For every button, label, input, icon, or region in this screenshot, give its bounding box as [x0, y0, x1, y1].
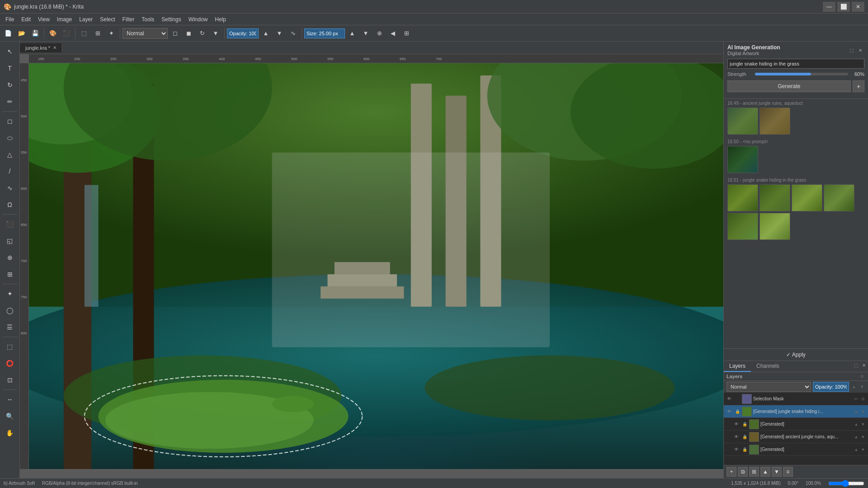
layers-float-btn[interactable]: ⬚	[852, 361, 860, 369]
size-input[interactable]	[304, 28, 345, 38]
layer-down-btn[interactable]: ▼	[772, 467, 782, 477]
tool-clone[interactable]: ⊞	[2, 266, 18, 282]
canvas-container[interactable]: 150200250 300350400 450500550 600650700	[20, 54, 723, 478]
size-up[interactable]: ▲	[346, 27, 359, 40]
gen-thumb-snake-6[interactable]	[760, 213, 790, 240]
more2-btn[interactable]: ◀	[387, 27, 399, 40]
close-button[interactable]: ✕	[852, 2, 864, 12]
layer-eye-selection-mask[interactable]: 👁	[726, 395, 733, 403]
layer-item-generated-ruins[interactable]: 👁 🔒 [Generated] ancient jungle ruins, aq…	[724, 431, 868, 443]
brush-settings-btn[interactable]: ✦	[105, 27, 118, 40]
menu-view[interactable]: View	[34, 15, 53, 23]
layers-mode-select[interactable]: Normal	[726, 382, 811, 392]
gen-thumb-snake-5[interactable]	[727, 213, 758, 240]
layer-item-generated-snake[interactable]: 👁 🔒 [Generated] jungle snake hiding i...…	[724, 405, 868, 418]
wrap-btn[interactable]: ↻	[196, 27, 208, 40]
layer-up-ruins[interactable]: ▲	[853, 434, 859, 440]
zoom-slider[interactable]	[828, 480, 864, 487]
menu-window[interactable]: Window	[185, 15, 212, 23]
layer-eye-generated-snake[interactable]: 👁	[726, 408, 733, 415]
layer-up-btn[interactable]: ▲	[760, 467, 770, 477]
layers-settings-btn[interactable]: ⚙	[859, 373, 865, 380]
gen-thumb-snake-1[interactable]	[727, 184, 758, 211]
menu-image[interactable]: Image	[53, 15, 75, 23]
gen-thumb-ruins-1[interactable]	[727, 108, 758, 135]
layer-copy-btn[interactable]: ⧉	[738, 467, 748, 477]
generate-btn[interactable]: Generate	[727, 80, 851, 92]
tool-magnetism[interactable]: ◯	[2, 302, 18, 319]
layer-menu-btn[interactable]: ≡	[783, 467, 793, 477]
layer-eye-gen-1[interactable]: 👁	[733, 421, 740, 428]
tool-path[interactable]: ∿	[2, 180, 18, 196]
tool-gradient[interactable]: ◱	[2, 233, 18, 249]
color-picker-btn[interactable]: 🎨	[47, 27, 59, 40]
tool-selection-rect[interactable]: ⬚	[2, 338, 18, 355]
mirror-btn[interactable]: ⊞	[400, 27, 413, 40]
opacity-arrow[interactable]: ▲	[259, 27, 272, 40]
gen-thumb-snake-2[interactable]	[760, 184, 790, 211]
layers-opacity-up[interactable]: ▲	[851, 384, 857, 390]
ai-panel-close-btn[interactable]: ✕	[856, 46, 864, 54]
tab-close-icon[interactable]: ✕	[53, 45, 57, 50]
transform-btn[interactable]: ⬚	[78, 27, 90, 40]
tool-selection-poly[interactable]: ⊡	[2, 372, 18, 388]
layer-item-selection-mask[interactable]: 👁 Selection Mask ✏ ⚙	[724, 393, 868, 405]
tool-fill[interactable]: ⬛	[2, 216, 18, 232]
menu-file[interactable]: File	[2, 15, 18, 23]
layers-opacity-down[interactable]: ▼	[859, 384, 865, 390]
maximize-button[interactable]: ⬜	[837, 2, 850, 12]
tab-layers[interactable]: Layers	[724, 361, 751, 372]
layer-down-gen-2[interactable]: ▼	[860, 446, 866, 453]
open-btn[interactable]: 📂	[15, 27, 28, 40]
layer-add-btn[interactable]: +	[726, 467, 736, 477]
tool-shape-rect[interactable]: ◻	[2, 113, 18, 129]
layer-eye-gen-2[interactable]: 👁	[733, 446, 740, 453]
tool-pattern[interactable]: ⊕	[2, 249, 18, 266]
tool-pan[interactable]: ✋	[2, 425, 18, 441]
tool-multibrush[interactable]: ✦	[2, 286, 18, 302]
new-btn[interactable]: 📄	[2, 27, 14, 40]
canvas-image[interactable]	[29, 63, 723, 469]
angle-btn[interactable]: ⊕	[373, 27, 386, 40]
ai-prompt-input[interactable]	[727, 59, 864, 69]
menu-settings[interactable]: Settings	[158, 15, 184, 23]
layer-up-gen-2[interactable]: ▲	[853, 446, 859, 453]
minimize-button[interactable]: —	[823, 2, 835, 12]
filter-btn[interactable]: ⊞	[91, 27, 104, 40]
gen-thumb-snake-3[interactable]	[792, 184, 822, 211]
layer-up-btn-snake[interactable]: ▲	[853, 408, 859, 415]
tool-text[interactable]: T	[2, 60, 18, 76]
more-btn[interactable]: ▼	[209, 27, 222, 40]
layer-group-btn[interactable]: ⊞	[749, 467, 759, 477]
layer-down-btn-snake[interactable]: ▼	[860, 408, 866, 415]
layer-eye-ruins[interactable]: 👁	[733, 433, 740, 441]
tool-calligraphy[interactable]: Ω	[2, 197, 18, 213]
tool-assist[interactable]: ☰	[2, 319, 18, 335]
tool-zoom[interactable]: 🔍	[2, 408, 18, 424]
menu-tools[interactable]: Tools	[138, 15, 158, 23]
layer-down-ruins[interactable]: ▼	[860, 434, 866, 440]
layer-edit-btn-mask[interactable]: ✏	[853, 396, 859, 402]
opacity-down[interactable]: ▼	[273, 27, 286, 40]
tool-freehand[interactable]: ✏	[2, 94, 18, 110]
menu-help[interactable]: Help	[211, 15, 230, 23]
tab-channels[interactable]: Channels	[751, 361, 785, 372]
menu-select[interactable]: Select	[96, 15, 118, 23]
layers-opacity-input[interactable]	[813, 382, 849, 392]
flow-btn[interactable]: ∿	[287, 27, 299, 40]
apply-button[interactable]: ✓ Apply	[786, 352, 806, 358]
tool-measure[interactable]: ↔	[2, 391, 18, 408]
gen-thumb-noprompt-1[interactable]	[727, 146, 758, 173]
menu-edit[interactable]: Edit	[18, 15, 34, 23]
tool-selection-ellipse[interactable]: ⭕	[2, 355, 18, 371]
canvas-tab-jungle[interactable]: jungle.kra * ✕	[20, 43, 62, 52]
tool-shape-line[interactable]: /	[2, 163, 18, 179]
size-down[interactable]: ▼	[359, 27, 372, 40]
layers-close-btn[interactable]: ✕	[860, 361, 868, 369]
menu-layer[interactable]: Layer	[75, 15, 96, 23]
layer-down-gen-1[interactable]: ▼	[860, 421, 866, 427]
layer-item-generated-2[interactable]: 👁 🔒 [Generated] ▲ ▼	[724, 443, 868, 456]
preserve-alpha-btn[interactable]: ◼	[182, 27, 195, 40]
gen-thumb-snake-4[interactable]	[824, 184, 854, 211]
layer-item-generated-1[interactable]: 👁 🔒 [Generated] ▲ ▼	[724, 418, 868, 431]
